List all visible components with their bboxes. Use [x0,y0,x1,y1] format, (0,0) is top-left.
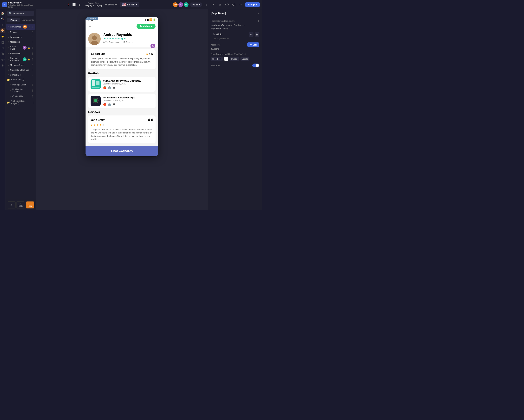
tablet-icon[interactable]: ⬜ [72,3,76,7]
more-icon[interactable]: ⋮ [31,68,34,71]
run-label: Run [248,3,253,6]
copy-scaffold-icon[interactable]: ⧉ [249,32,253,37]
sub-page-notification-settings[interactable]: ≡ Notification Settings ⋮ [6,87,35,94]
more-icon[interactable]: ⋮ [31,41,34,43]
main-layout: 🏠 🔨 + 🎨 ⚡ ▤ □ 🖼 </> ⚙ 🔍 Search here... P… [0,9,262,210]
page-item-contact-us[interactable]: ≡ Contact Us ⋮ [6,72,35,77]
more-icon[interactable]: ⋮ [31,89,34,92]
more-icon[interactable]: ⋮ [32,78,34,81]
desktop-icon[interactable]: 🖥 [78,3,81,7]
theme-icon[interactable]: 🎨 [0,28,5,33]
sub-page-contact-us[interactable]: ≡ Contact Us ⋮ [6,94,35,99]
code-left-icon[interactable]: </> [0,57,5,62]
palette-button[interactable]: Palette [230,57,239,61]
page-item-notification-settings[interactable]: ≡ Notification Settings ⋮ [6,67,35,72]
more-icon[interactable]: ⋮ [31,73,34,76]
connect-icon[interactable]: ⚡ [0,34,5,39]
page-item-messages[interactable]: ≡ Messages ⋮ [6,40,35,44]
image-icon[interactable]: 🖼 [0,51,5,56]
logo-area: F FlutterFlow Flutterflow v2.0 - Release… [2,1,33,8]
color-swatch[interactable] [224,57,228,61]
more-icon[interactable]: ⋮ [31,58,34,61]
sub-pages-folder[interactable]: 📁 Sub Pages ⓘ ⋮ [5,77,36,82]
canvas-dimensions: 375(px) x 812(px) [85,4,102,7]
delete-scaffold-icon[interactable]: 🗑 [255,32,259,37]
gear-icon[interactable]: ⚙ [0,63,5,68]
mobile-icon[interactable]: 📱 [67,3,70,7]
page-item-home[interactable]: ≡ Home Page AD ✓ ⋮ [6,24,35,30]
zoom-in-icon[interactable]: + [115,3,117,6]
bio-card-header: Expert Bio ★ 4.5 [91,52,153,55]
api-icon[interactable]: API [231,2,237,7]
auth-pages-folder[interactable]: 📁 Authentication Pages ⓘ ⋮ [5,99,36,106]
sub-page-manage-cards[interactable]: ≡ Manage Cards ⋮ [6,82,35,87]
tab-pages[interactable]: Pages [7,18,20,22]
device-icons: 📱 ⬜ 🖥 [67,3,81,7]
reviewer-name: John Smith [91,118,105,121]
drag-icon: ≡ [8,36,9,38]
page-item-transactions[interactable]: ≡ Transactions ⋮ [6,35,35,39]
run-button[interactable]: Run ▶ ▾ [245,2,260,7]
more-icon[interactable]: ⋮ [31,52,34,55]
home-sidebar-icon[interactable]: 🏠 [0,11,5,16]
chevron-icon[interactable]: ▾ [258,12,259,15]
experience-label: 8 Yrs Experience [103,41,120,43]
build-icon[interactable]: 🔨 [0,17,5,21]
drag-icon: ≡ [10,95,11,97]
more-icon[interactable]: ⋮ [31,95,34,98]
pages-list: ≡ Home Page AD ✓ ⋮ ≡ Explore ⋮ ≡ Transac… [5,23,36,200]
more-icon[interactable]: ⋮ [31,64,34,67]
actions-section: Actions ⓘ ✏ Edit 3 Actions [211,42,259,50]
add-folder-button[interactable]: + Folder [16,202,25,209]
more-icon[interactable]: ⋮ [31,36,34,38]
page-item-change-password[interactable]: ≡ Change Password SC 🔒 ⋮ [6,56,35,63]
top-right: AD DL SC V2.25 ▾ ⬆ ? ⚙ </> API 👁 Run ▶ ▾ [173,2,260,7]
tab-components[interactable]: Components [21,18,35,22]
portfolio-thumbnail-1 [91,79,101,89]
edit-scaffold-id-icon[interactable]: ✏ [227,38,229,40]
back-button[interactable]: ← [88,25,92,28]
components-icon[interactable]: + [0,23,5,27]
more-icon[interactable]: ⋮ [31,31,34,34]
zoom-out-icon[interactable]: − [105,3,107,6]
widget-icon[interactable]: □ [0,46,5,50]
grid-button[interactable]: ⊞ [7,202,16,209]
share-icon[interactable]: ⬆ [203,2,209,7]
edit-actions-button[interactable]: ✏ Edit [247,42,259,47]
portfolio-title: Portfolio [88,72,156,75]
star-1: ★ [91,123,93,126]
help-icon[interactable]: ? [210,2,216,7]
version-badge[interactable]: V2.25 ▾ [191,2,202,7]
simple-button[interactable]: Simple [240,57,250,61]
code-icon[interactable]: </> [224,2,230,7]
review-text: This place rocked! The pool was stable a… [91,128,153,141]
page-item-edit-profile[interactable]: ≡ Edit Profile ⋮ [6,51,35,56]
page-item-manage-cards[interactable]: ≡ Manage Cards ⋮ [6,63,35,67]
svg-rect-6 [92,87,99,88]
auth-pages-label: Authentication Pages ⓘ [11,100,31,105]
preview-icon[interactable]: 👁 [238,2,244,7]
search-input[interactable]: 🔍 Search here... [7,11,34,16]
language-selector[interactable]: 🇺🇸 English ▾ [120,2,139,7]
more-icon[interactable]: ⋮ [31,46,34,49]
page-label: Change Password [10,57,22,62]
chat-button-label: Chat w/Andres [111,149,133,153]
page-label: Notification Settings [10,69,30,71]
chat-button[interactable]: Chat w/Andres [86,146,158,156]
actions-header: Actions ⓘ ✏ Edit [211,42,259,47]
page-item-explore[interactable]: ≡ Explore ⋮ [6,30,35,34]
params-section: Parameters & Backend ⓘ + candidatesRef r… [211,19,259,29]
portfolio-image-1 [91,79,101,89]
panel-bottom: ⊞ + Folder + Page [5,200,36,210]
more-icon[interactable]: ⋮ [31,83,34,86]
more-icon[interactable]: ⋮ [32,101,34,104]
add-param-icon[interactable]: + [258,19,259,23]
settings-icon[interactable]: ⚙ [217,2,223,7]
safe-area-toggle[interactable] [252,64,259,67]
android-icon: 🤖 [108,86,111,89]
add-page-button[interactable]: + Page [26,202,34,209]
page-item-profile[interactable]: ≡ Profile Page DL 🔒 ⋮ [6,44,35,51]
portfolio-card-2: On Demand Servicess App Launched on: Mar… [88,93,156,108]
database-icon[interactable]: ▤ [0,40,5,45]
more-icon[interactable]: ⋮ [31,25,34,28]
